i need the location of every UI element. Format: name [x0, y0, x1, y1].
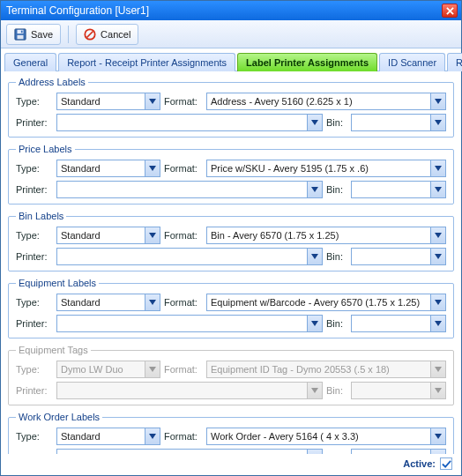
- group-work-order-labels: Work Order Labels Type: Standard Format:…: [8, 412, 454, 454]
- footer: Active:: [1, 454, 461, 475]
- bin-select[interactable]: [351, 449, 446, 454]
- row-type-format: Type: Standard Format: Bin - Avery 6570 …: [16, 227, 446, 244]
- type-label: Type:: [16, 431, 53, 442]
- row-printer-bin: Printer: Bin:: [16, 181, 446, 198]
- group-legend: Price Labels: [16, 144, 75, 154]
- format-select-value: Equipment w/Barcode - Avery 6570 (1.75 x…: [211, 297, 430, 308]
- format-select[interactable]: Address - Avery 5160 (2.625 x 1): [206, 93, 446, 110]
- titlebar: Terminal Configuration [User1]: [1, 1, 461, 20]
- tab-report-receipt-printer-assignments[interactable]: Report - Receipt Printer Assignments: [58, 53, 235, 71]
- printer-select[interactable]: [56, 315, 323, 332]
- format-label: Format:: [164, 230, 203, 241]
- cancel-button[interactable]: Cancel: [76, 24, 138, 45]
- type-label: Type:: [16, 230, 53, 241]
- format-select[interactable]: Equipment w/Barcode - Avery 6570 (1.75 x…: [206, 294, 446, 311]
- row-type-format: Type: Standard Format: Address - Avery 5…: [16, 93, 446, 110]
- chevron-down-icon: [430, 361, 445, 377]
- type-select[interactable]: Standard: [56, 227, 160, 244]
- bin-select[interactable]: [351, 248, 446, 265]
- type-select[interactable]: Standard: [56, 294, 160, 311]
- group-legend: Equipment Tags: [16, 345, 91, 355]
- group-address-labels: Address Labels Type: Standard Format: Ad…: [8, 77, 454, 138]
- svg-rect-2: [18, 34, 24, 38]
- bin-label: Bin:: [326, 117, 347, 128]
- tab-id-scanner[interactable]: ID Scanner: [379, 53, 445, 71]
- chevron-down-icon: [307, 316, 322, 331]
- save-button[interactable]: Save: [6, 24, 61, 45]
- chevron-down-icon: [307, 383, 322, 398]
- row-type-format: Type: Standard Format: Equipment w/Barco…: [16, 294, 446, 311]
- tab-general[interactable]: General: [4, 53, 56, 71]
- type-label: Type:: [16, 96, 53, 107]
- format-label: Format:: [164, 364, 203, 375]
- group-equipment-tags: Equipment Tags Type: Dymo LW Duo Format:…: [8, 345, 454, 405]
- bin-select[interactable]: [351, 315, 446, 332]
- save-label: Save: [31, 29, 53, 40]
- chevron-down-icon: [430, 160, 445, 176]
- format-select[interactable]: Work Order - Avery 5164 ( 4 x 3.3): [206, 428, 446, 445]
- format-select-value: Bin - Avery 6570 (1.75 x 1.25): [211, 230, 430, 241]
- cancel-label: Cancel: [101, 29, 130, 40]
- printer-select[interactable]: [56, 181, 323, 198]
- type-label: Type:: [16, 297, 53, 308]
- toolbar: Save Cancel: [1, 20, 461, 48]
- printer-label: Printer:: [16, 318, 53, 329]
- type-select-value: Standard: [61, 230, 145, 241]
- close-button[interactable]: [442, 4, 458, 18]
- type-select-value: Standard: [61, 297, 145, 308]
- printer-label: Printer:: [16, 184, 53, 195]
- row-type-format: Type: Standard Format: Work Order - Aver…: [16, 428, 446, 445]
- printer-select[interactable]: [56, 248, 323, 265]
- svg-line-5: [87, 31, 93, 37]
- group-price-labels: Price Labels Type: Standard Format: Pric…: [8, 144, 454, 205]
- printer-select[interactable]: [56, 449, 323, 454]
- bin-select[interactable]: [351, 114, 446, 131]
- active-checkbox[interactable]: [440, 457, 452, 470]
- bin-label: Bin:: [326, 318, 347, 329]
- chevron-down-icon: [430, 93, 445, 109]
- type-label: Type:: [16, 364, 53, 375]
- format-select-value: Price w/SKU - Avery 5195 (1.75 x .6): [211, 163, 430, 174]
- row-printer-bin: Printer: Bin:: [16, 114, 446, 131]
- group-legend: Work Order Labels: [16, 412, 102, 422]
- chevron-down-icon: [307, 249, 322, 264]
- tab-label-printer-assignments[interactable]: Label Printer Assignments: [237, 53, 377, 71]
- printer-select[interactable]: [56, 114, 323, 131]
- tab-rdm[interactable]: RDM: [447, 53, 462, 71]
- chevron-down-icon: [307, 115, 322, 130]
- chevron-down-icon: [145, 428, 160, 444]
- chevron-down-icon: [430, 316, 445, 331]
- window: Terminal Configuration [User1] Save Canc…: [0, 0, 462, 476]
- tabstrip: GeneralReport - Receipt Printer Assignme…: [1, 48, 461, 71]
- bin-select[interactable]: [351, 181, 446, 198]
- chevron-down-icon: [430, 428, 445, 444]
- row-printer-bin: Printer: Bin:: [16, 449, 446, 454]
- type-select[interactable]: Standard: [56, 93, 160, 110]
- format-select[interactable]: Price w/SKU - Avery 5195 (1.75 x .6): [206, 160, 446, 177]
- type-select[interactable]: Standard: [56, 428, 160, 445]
- chevron-down-icon: [307, 182, 322, 197]
- row-printer-bin: Printer: Bin:: [16, 248, 446, 265]
- tab-content: Address Labels Type: Standard Format: Ad…: [1, 71, 461, 454]
- active-label: Active:: [403, 458, 436, 469]
- printer-label: Printer:: [16, 117, 53, 128]
- type-select[interactable]: Standard: [56, 160, 160, 177]
- printer-label: Printer:: [16, 251, 53, 262]
- chevron-down-icon: [430, 294, 445, 310]
- group-equipment-labels: Equipment Labels Type: Standard Format: …: [8, 278, 454, 338]
- type-select-value: Standard: [61, 431, 145, 442]
- bin-label: Bin:: [326, 251, 347, 262]
- chevron-down-icon: [430, 115, 445, 130]
- chevron-down-icon: [430, 450, 445, 454]
- chevron-down-icon: [145, 361, 160, 377]
- format-select-value: Equipment ID Tag - Dymo 20553 (.5 x 18): [211, 364, 430, 375]
- format-label: Format:: [164, 297, 203, 308]
- toolbar-separator: [68, 26, 69, 43]
- group-legend: Equipment Labels: [16, 278, 99, 288]
- format-select[interactable]: Bin - Avery 6570 (1.75 x 1.25): [206, 227, 446, 244]
- format-label: Format:: [164, 431, 203, 442]
- type-select-value: Dymo LW Duo: [61, 364, 145, 375]
- chevron-down-icon: [145, 93, 160, 109]
- chevron-down-icon: [430, 227, 445, 243]
- chevron-down-icon: [145, 227, 160, 243]
